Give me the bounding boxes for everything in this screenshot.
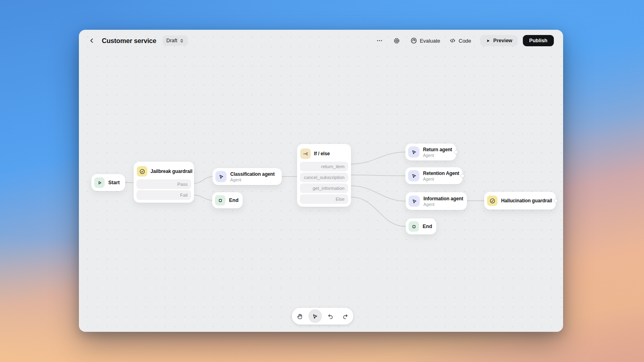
hand-icon bbox=[296, 313, 303, 320]
node-subtitle: Agent bbox=[423, 177, 459, 181]
edge-cancel-retention bbox=[351, 175, 405, 176]
branch-row-else[interactable]: Else bbox=[300, 194, 348, 204]
undo-icon bbox=[327, 313, 334, 320]
chevron-left-icon bbox=[89, 37, 95, 44]
node-subtitle: Agent bbox=[423, 202, 463, 207]
node-title: End bbox=[229, 197, 239, 203]
status-dropdown[interactable]: Draft bbox=[163, 35, 188, 46]
code-button[interactable]: Code bbox=[449, 37, 471, 44]
node-title: Retention Agent bbox=[423, 171, 459, 177]
end-square-icon bbox=[409, 221, 419, 232]
branch-label: Else bbox=[336, 197, 345, 202]
preview-label: Preview bbox=[493, 38, 512, 43]
branch-label: Pass bbox=[177, 182, 188, 187]
node-title: Hallucination guardrail bbox=[501, 198, 552, 204]
evaluate-gauge-icon bbox=[411, 37, 417, 44]
guardrail-icon bbox=[487, 195, 497, 206]
ellipsis-icon bbox=[376, 37, 383, 44]
redo-icon bbox=[342, 313, 349, 320]
node-header: Jailbreak guardrail bbox=[136, 165, 191, 178]
node-classification-agent[interactable]: Classification agent Agent bbox=[213, 168, 282, 185]
node-start[interactable]: Start bbox=[91, 174, 125, 191]
output-port[interactable] bbox=[454, 150, 458, 154]
edge-returnitem-returnagent bbox=[351, 152, 405, 164]
code-label: Code bbox=[459, 38, 471, 44]
publish-button[interactable]: Publish bbox=[523, 35, 554, 46]
edge-else-end bbox=[351, 197, 406, 226]
agent-cursor-icon bbox=[408, 146, 419, 158]
node-jailbreak-guardrail[interactable]: Jailbreak guardrail Pass Fail bbox=[134, 162, 194, 203]
node-title: Start bbox=[108, 180, 120, 185]
page-title: Customer service bbox=[102, 37, 156, 45]
branch-label: return_item bbox=[321, 164, 345, 169]
select-tool-button[interactable] bbox=[308, 309, 322, 323]
chevron-up-down-icon bbox=[179, 38, 184, 44]
node-end-1[interactable]: End bbox=[212, 192, 243, 208]
canvas-toolbar bbox=[292, 308, 353, 325]
edge-fail-end bbox=[194, 195, 212, 200]
status-badge: Draft bbox=[166, 38, 177, 43]
node-return-agent[interactable]: Return agent Agent bbox=[405, 144, 456, 160]
branch-row-return-item[interactable]: return_item bbox=[300, 162, 348, 171]
more-menu-button[interactable] bbox=[375, 36, 384, 45]
redo-button[interactable] bbox=[339, 309, 353, 323]
node-information-agent[interactable]: Information agent Agent bbox=[406, 192, 467, 210]
branch-split-icon bbox=[300, 148, 311, 159]
node-title: If / else bbox=[314, 151, 330, 156]
node-title: Classification agent bbox=[230, 171, 275, 177]
node-hallucination-guardrail[interactable]: Hallucination guardrail bbox=[484, 192, 556, 210]
back-button[interactable] bbox=[87, 36, 97, 45]
node-title: Return agent bbox=[423, 147, 452, 153]
node-title: Jailbreak guardrail bbox=[151, 169, 192, 174]
undo-button[interactable] bbox=[324, 309, 337, 323]
pan-tool-button[interactable] bbox=[293, 309, 307, 323]
evaluate-button[interactable]: Evaluate bbox=[411, 37, 440, 44]
evaluate-label: Evaluate bbox=[420, 38, 440, 44]
guardrail-icon bbox=[137, 166, 147, 177]
gear-icon bbox=[393, 37, 400, 44]
node-subtitle: Agent bbox=[230, 177, 275, 182]
output-port[interactable] bbox=[460, 174, 464, 178]
branch-row-pass[interactable]: Pass bbox=[136, 179, 191, 189]
edge-getinfo-information bbox=[351, 186, 406, 201]
branch-row-get-information[interactable]: get_information bbox=[300, 183, 348, 193]
node-title: End bbox=[423, 224, 432, 229]
settings-button[interactable] bbox=[392, 36, 402, 46]
output-port[interactable] bbox=[554, 199, 558, 203]
cursor-icon bbox=[312, 313, 318, 320]
branch-row-cancel-subscription[interactable]: cancel_subscription bbox=[300, 173, 348, 182]
node-end-2[interactable]: End bbox=[406, 218, 436, 234]
preview-button[interactable]: Preview bbox=[480, 35, 518, 46]
node-retention-agent[interactable]: Retention Agent Agent bbox=[405, 167, 462, 184]
branch-label: Fail bbox=[180, 193, 188, 197]
agent-cursor-icon bbox=[409, 195, 420, 207]
branch-label: get_information bbox=[313, 186, 345, 191]
node-subtitle: Agent bbox=[423, 153, 452, 158]
agent-cursor-icon bbox=[215, 171, 227, 182]
end-square-icon bbox=[215, 195, 225, 206]
start-play-icon bbox=[94, 177, 105, 188]
branch-row-fail[interactable]: Fail bbox=[136, 190, 191, 200]
branch-label: cancel_subscription bbox=[304, 175, 345, 180]
header: Customer service Draft Evaluate Code Pre… bbox=[79, 30, 563, 51]
agent-cursor-icon bbox=[408, 170, 419, 181]
edge-pass-classification bbox=[194, 177, 213, 183]
code-icon bbox=[449, 37, 456, 44]
node-title: Information agent bbox=[423, 196, 463, 202]
app-window: Customer service Draft Evaluate Code Pre… bbox=[79, 30, 563, 332]
node-if-else[interactable]: If / else return_item cancel_subscriptio… bbox=[297, 144, 351, 207]
node-header: If / else bbox=[300, 147, 348, 160]
play-icon bbox=[485, 38, 491, 43]
